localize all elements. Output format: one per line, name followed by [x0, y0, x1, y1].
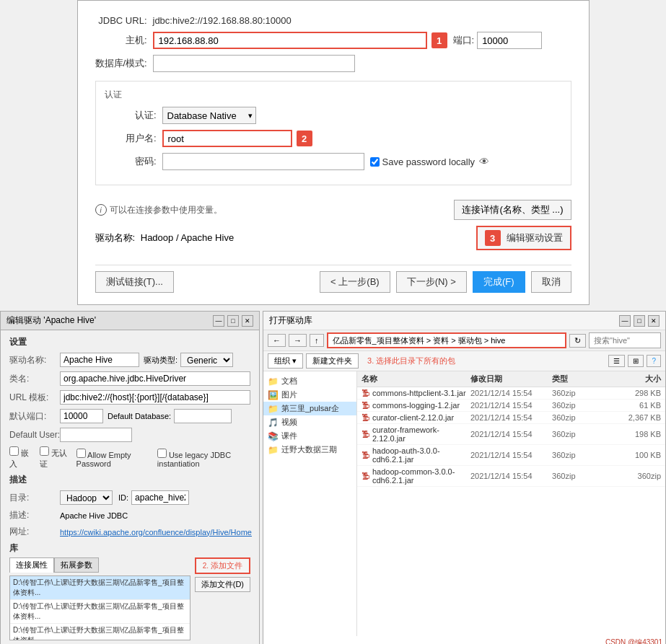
minimize-button[interactable]: — [213, 315, 224, 327]
file-name-4: 🗜 hadoop-auth-3.0.0-cdh6.2.1.jar [362, 446, 470, 464]
default-user-input[interactable] [60, 428, 132, 442]
file-row-1[interactable]: 🗜 commons-logging-1.2.jar 2021/12/14 15:… [357, 400, 665, 412]
desc-url-row: 网址: https://cwiki.apache.org/confluence/… [9, 526, 250, 538]
file-type-3: 360zip [552, 430, 606, 438]
tree-item-bigdata[interactable]: 📁 迁野大数据三期 [263, 443, 356, 456]
add-file-badge: 2. [203, 562, 211, 570]
explorer-minimize[interactable]: — [619, 315, 631, 327]
file-name-1: 🗜 commons-logging-1.2.jar [362, 401, 470, 410]
desc-id-input[interactable] [131, 490, 189, 505]
driver-dialog-title: 编辑驱动 'Apache Hive' [6, 314, 96, 327]
view-grid-button[interactable]: ⊞ [628, 355, 644, 367]
jdbc-label: JDBC URL: [95, 15, 153, 26]
lib-item-2[interactable]: D:\传智工作\上课\迁野大数据三期\亿品新零售_项目整体资料... [10, 624, 190, 640]
edit-driver-button[interactable]: 3 编辑驱动设置 [476, 226, 571, 250]
driver-type-select[interactable]: Generic [180, 353, 233, 367]
forward-button[interactable]: → [289, 334, 307, 347]
help-button[interactable]: ? [647, 355, 661, 367]
add-file-button[interactable]: 2. 添加文件 [195, 557, 250, 574]
lib-tab-extend[interactable]: 拓展参数 [54, 557, 99, 573]
password-input[interactable] [162, 153, 364, 170]
left-panel: 📁 文档 🖼️ 图片 📁 第三里_pulsar企 🎵 视频 📚 课 [263, 371, 357, 636]
desc-url-link[interactable]: https://cwiki.apache.org/confluence/disp… [60, 528, 252, 537]
db-mode-row: 数据库/模式: [95, 55, 571, 72]
auth-section: 认证 认证: Database Native 用户名: 2 密码: Save p [95, 81, 571, 185]
maximize-button[interactable]: □ [227, 315, 239, 327]
default-port-row: 默认端口: Default Database: [9, 409, 250, 423]
driver-name-container: 驱动名称: Hadoop / Apache Hive [95, 231, 235, 244]
refresh-button[interactable]: ↻ [569, 334, 586, 348]
save-pwd-checkbox[interactable] [370, 157, 380, 167]
eye-icon[interactable]: 👁 [479, 156, 489, 167]
address-bar[interactable] [327, 332, 567, 348]
file-row-4[interactable]: 🗜 hadoop-auth-3.0.0-cdh6.2.1.jar 2021/12… [357, 445, 665, 466]
tree-item-pulsar[interactable]: 📁 第三里_pulsar企 [263, 402, 356, 415]
lib-item-1[interactable]: D:\传智工作\上课\迁野大数据三期\亿品新零售_项目整体资料... [10, 600, 190, 624]
search-input[interactable] [589, 332, 661, 348]
save-pwd-container: Save password locally 👁 [370, 156, 490, 167]
zip-icon-2: 🗜 [362, 413, 369, 422]
file-date-4: 2021/12/14 15:54 [470, 451, 552, 459]
file-row-5[interactable]: 🗜 hadoop-common-3.0.0-cdh6.2.1.jar 2021/… [357, 466, 665, 487]
default-db-label: Default Database: [108, 412, 171, 420]
desc-category-select[interactable]: Hadoop [60, 490, 113, 505]
explorer-title: 打开驱动库 [269, 314, 312, 327]
file-row-2[interactable]: 🗜 curator-client-2.12.0.jar 2021/12/14 1… [357, 412, 665, 424]
zip-icon-3: 🗜 [362, 430, 369, 438]
dbmode-input[interactable] [153, 55, 355, 72]
test-link-button[interactable]: 测试链接(T)... [95, 271, 174, 293]
zip-icon-1: 🗜 [362, 401, 369, 410]
tree-item-pics[interactable]: 🖼️ 图片 [263, 388, 356, 402]
empty-pwd-checkbox-label[interactable]: Allow Empty Password [76, 449, 149, 468]
explorer-close[interactable]: ✕ [648, 315, 660, 327]
embed-checkbox-label[interactable]: 嵌入 [9, 446, 31, 469]
legacy-jdbc-checkbox[interactable] [157, 449, 167, 458]
tree-label-video: 视频 [281, 417, 297, 428]
legacy-jdbc-checkbox-label[interactable]: Use legacy JDBC instantiation [157, 449, 250, 468]
back-button[interactable]: ← [268, 334, 286, 347]
file-size-3: 198 KB [607, 430, 661, 438]
explorer-maximize[interactable]: □ [634, 315, 645, 327]
edit-driver-label: 编辑驱动设置 [507, 231, 563, 244]
next-button[interactable]: 下一步(N) > [396, 271, 467, 293]
tree-item-docs[interactable]: 📁 文档 [263, 374, 356, 388]
default-db-input[interactable] [174, 409, 232, 423]
port-input[interactable] [477, 32, 542, 49]
embed-checkbox[interactable] [9, 446, 19, 456]
file-row-0[interactable]: 🗜 commons-httpclient-3.1.jar 2021/12/14 … [357, 387, 665, 400]
no-auth-checkbox-label[interactable]: 无认证 [40, 446, 68, 469]
auth-select-wrapper[interactable]: Database Native [162, 107, 256, 124]
url-input[interactable] [60, 390, 250, 405]
file-type-0: 360zip [552, 389, 606, 397]
default-port-input[interactable] [60, 409, 103, 423]
empty-pwd-checkbox[interactable] [76, 449, 86, 458]
up-button[interactable]: ↑ [310, 334, 324, 347]
lib-tab-connect[interactable]: 连接属性 [9, 557, 54, 573]
save-pwd-label[interactable]: Save password locally [370, 156, 476, 167]
conn-detail-button[interactable]: 连接详情(名称、类型 ...) [454, 200, 571, 220]
driver-name: Hadoop / Apache Hive [141, 232, 234, 243]
host-input[interactable] [153, 32, 427, 49]
no-auth-checkbox[interactable] [40, 446, 49, 456]
file-row-3[interactable]: 🗜 curator-framework-2.12.0.jar 2021/12/1… [357, 424, 665, 445]
desc-category-row: 目录: Hadoop ID: [9, 490, 250, 505]
username-input[interactable] [162, 130, 292, 147]
finish-button[interactable]: 完成(F) [473, 271, 525, 293]
close-button[interactable]: ✕ [242, 315, 253, 327]
organize-button[interactable]: 组织 ▾ [268, 353, 303, 369]
explorer-columns: 📁 文档 🖼️ 图片 📁 第三里_pulsar企 🎵 视频 📚 课 [263, 371, 665, 636]
add-file-d-button[interactable]: 添加文件(D) [195, 577, 250, 592]
driver-name-field[interactable] [60, 353, 139, 367]
prev-button[interactable]: < 上一步(B) [320, 271, 390, 293]
tree-item-video[interactable]: 🎵 视频 [263, 415, 356, 429]
tree-item-courseware[interactable]: 📚 课件 [263, 429, 356, 443]
new-folder-button[interactable]: 新建文件夹 [306, 353, 359, 369]
auth-select[interactable]: Database Native [162, 107, 256, 124]
view-list-button[interactable]: ☰ [608, 355, 625, 367]
lib-buttons: 2. 添加文件 添加文件(D) [195, 557, 250, 643]
csdn-badge: CSDN @编43301 [263, 636, 665, 644]
class-input[interactable] [60, 371, 250, 386]
cancel-button[interactable]: 取消 [531, 271, 571, 293]
driver-type-label: 驱动类型: [144, 355, 178, 366]
lib-item-0[interactable]: D:\传智工作\上课\迁野大数据三期\亿品新零售_项目整体资料... [10, 576, 190, 600]
